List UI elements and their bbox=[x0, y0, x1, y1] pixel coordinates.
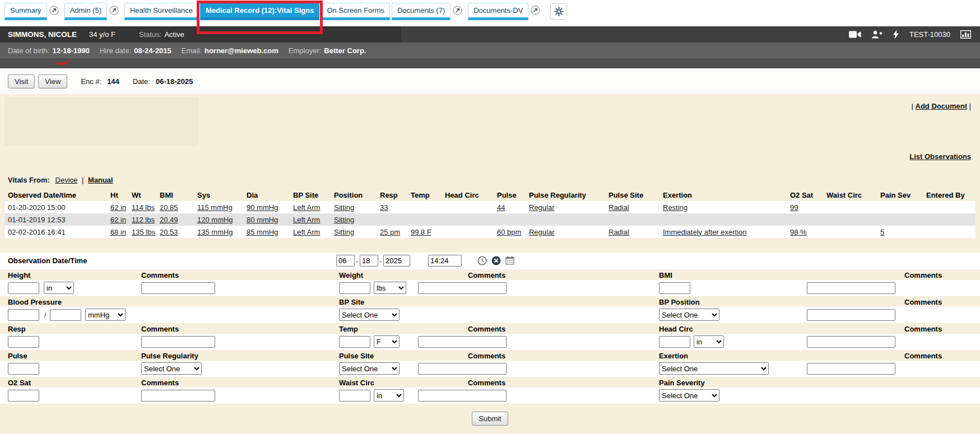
popout-icon[interactable] bbox=[49, 6, 59, 15]
vital-value-link[interactable]: 90 mmHg bbox=[247, 203, 278, 212]
bmi-input[interactable] bbox=[659, 282, 690, 294]
tab-documents-dv[interactable]: Documents-DV bbox=[468, 3, 528, 20]
vital-value-link[interactable]: 20.49 bbox=[160, 216, 178, 224]
vital-value-link[interactable]: 99.8 F bbox=[411, 228, 431, 236]
vital-value-link[interactable]: 20.85 bbox=[160, 203, 178, 212]
pulse-site-select[interactable]: Select One bbox=[339, 362, 400, 375]
exertion-select[interactable]: Select One bbox=[659, 362, 769, 375]
vital-value-link[interactable]: 99 bbox=[790, 203, 798, 212]
clock-icon[interactable] bbox=[477, 256, 487, 265]
vital-value-link[interactable]: Regular bbox=[529, 203, 555, 212]
settings-gear-button[interactable] bbox=[550, 3, 567, 20]
vital-value-link[interactable]: 20.53 bbox=[160, 228, 178, 236]
bmi-comments-input[interactable] bbox=[807, 282, 895, 294]
vital-value-link[interactable]: 114 lbs bbox=[132, 203, 155, 212]
bp-position-select[interactable]: Select One bbox=[659, 309, 719, 321]
add-person-icon[interactable] bbox=[871, 30, 883, 39]
head-circ-comments-input[interactable] bbox=[807, 336, 895, 348]
visit-button[interactable]: Visit bbox=[8, 74, 35, 88]
add-document-link[interactable]: Add Document bbox=[916, 102, 967, 110]
vital-value-link[interactable]: Radial bbox=[609, 203, 629, 212]
vital-value-link[interactable]: 135 lbs bbox=[132, 228, 155, 236]
vital-value-link[interactable]: Sitting bbox=[334, 228, 354, 236]
employer-label: Employer: bbox=[289, 46, 322, 55]
vital-value-link[interactable]: Left Arm bbox=[293, 228, 320, 236]
weight-unit-select[interactable]: lbs bbox=[374, 282, 406, 294]
manual-link[interactable]: Manual bbox=[88, 176, 113, 184]
head-circ-unit-select[interactable]: in bbox=[694, 335, 724, 348]
exertion-comments-input[interactable] bbox=[807, 363, 895, 375]
tab-medical-record-vital-signs[interactable]: Medical Record (12):Vital Signs bbox=[200, 3, 319, 20]
pulse-comments-input[interactable] bbox=[418, 363, 507, 375]
vital-value-link[interactable]: 85 mmHg bbox=[247, 228, 278, 236]
vital-value-link[interactable]: 112 lbs bbox=[132, 216, 155, 224]
bp-systolic-input[interactable] bbox=[8, 309, 39, 321]
waist-circ-comments-input[interactable] bbox=[418, 390, 507, 402]
temp-comments-input[interactable] bbox=[418, 336, 507, 348]
obs-day-input[interactable] bbox=[360, 255, 378, 267]
waist-circ-unit-select[interactable]: in bbox=[374, 389, 404, 402]
vital-value-link[interactable]: 60 bpm bbox=[497, 228, 521, 236]
tab-health-surveillance[interactable]: Health Surveillance bbox=[124, 3, 198, 20]
popout-icon[interactable] bbox=[453, 6, 462, 15]
popout-icon[interactable] bbox=[531, 6, 540, 15]
pulse-regularity-select[interactable]: Select One bbox=[141, 362, 202, 375]
vital-value-link[interactable]: 135 mmHg bbox=[197, 228, 233, 236]
obs-month-input[interactable] bbox=[336, 255, 355, 267]
vital-value-link[interactable]: 120 mmHg bbox=[197, 216, 233, 224]
tab-documents[interactable]: Documents (7) bbox=[392, 3, 450, 20]
bp-unit-select[interactable]: mmHg bbox=[85, 309, 126, 321]
vital-value-link[interactable]: 33 bbox=[380, 203, 388, 212]
tab-on-screen-forms[interactable]: On Screen Forms bbox=[321, 3, 390, 20]
vital-value-link[interactable]: Sitting bbox=[334, 216, 354, 224]
vital-value-link[interactable]: Radial bbox=[609, 228, 629, 236]
temp-unit-select[interactable]: F bbox=[374, 335, 400, 348]
bp-comments-input[interactable] bbox=[807, 309, 895, 321]
height-unit-select[interactable]: in bbox=[44, 282, 74, 294]
list-observations-link[interactable]: List Observations bbox=[909, 152, 971, 161]
obs-time-input[interactable] bbox=[428, 255, 462, 267]
submit-button[interactable]: Submit bbox=[472, 412, 508, 426]
vital-value-link[interactable]: Regular bbox=[529, 228, 555, 236]
resp-input[interactable] bbox=[8, 336, 39, 348]
vital-value-link[interactable]: 68 in bbox=[110, 228, 126, 236]
vital-value-link[interactable]: 115 mmHg bbox=[197, 203, 233, 212]
lightning-icon[interactable] bbox=[893, 30, 899, 39]
vital-value-link[interactable]: 62 in bbox=[110, 216, 126, 224]
weight-comments-input[interactable] bbox=[418, 282, 507, 294]
pain-severity-select[interactable]: Select One bbox=[659, 389, 719, 402]
tab-summary[interactable]: Summary bbox=[4, 3, 47, 20]
o2-sat-comments-input[interactable] bbox=[141, 390, 215, 402]
vital-value-link[interactable]: Left Arm bbox=[293, 216, 320, 224]
pulse-input[interactable] bbox=[8, 363, 39, 375]
calendar-icon[interactable] bbox=[505, 256, 514, 265]
vital-value-link[interactable]: 80 mmHg bbox=[247, 216, 278, 224]
height-comments-input[interactable] bbox=[141, 282, 215, 294]
vital-value-link[interactable]: 5 bbox=[880, 228, 884, 236]
vital-value-link[interactable]: Left Arm bbox=[293, 203, 320, 212]
weight-input[interactable] bbox=[339, 282, 370, 294]
waist-circ-input[interactable] bbox=[339, 390, 370, 402]
popout-icon[interactable] bbox=[109, 6, 119, 15]
tab-admin[interactable]: Admin (5) bbox=[64, 3, 107, 20]
bp-diastolic-input[interactable] bbox=[50, 309, 81, 321]
vital-value-link[interactable]: 44 bbox=[497, 203, 505, 212]
head-circ-input[interactable] bbox=[659, 336, 690, 348]
bar-chart-icon[interactable] bbox=[960, 30, 971, 39]
vital-value-link[interactable]: Sitting bbox=[334, 203, 354, 212]
resp-comments-input[interactable] bbox=[141, 336, 215, 348]
vital-value-link[interactable]: Immediately after exertion bbox=[663, 228, 747, 236]
device-link[interactable]: Device bbox=[55, 176, 78, 184]
obs-year-input[interactable] bbox=[383, 255, 410, 267]
height-input[interactable] bbox=[8, 282, 39, 294]
vital-value-link[interactable]: Resting bbox=[663, 203, 688, 212]
view-button[interactable]: View bbox=[38, 74, 67, 88]
video-camera-icon[interactable] bbox=[849, 30, 861, 39]
temp-input[interactable] bbox=[339, 336, 370, 348]
vital-value-link[interactable]: 98 % bbox=[790, 228, 807, 236]
clear-x-icon[interactable] bbox=[491, 256, 501, 265]
vital-value-link[interactable]: 62 in bbox=[110, 203, 126, 212]
o2-sat-input[interactable] bbox=[8, 390, 39, 402]
bp-site-select[interactable]: Select One bbox=[339, 309, 400, 321]
vital-value-link[interactable]: 25 pm bbox=[380, 228, 400, 236]
